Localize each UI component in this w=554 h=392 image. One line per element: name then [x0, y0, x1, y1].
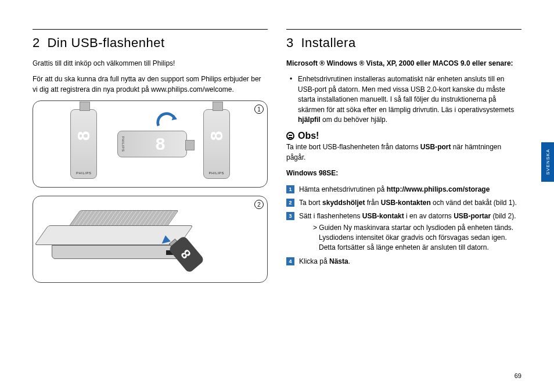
win98-heading: Windows 98SE: [286, 168, 521, 178]
note-text: Ta inte bort USB-flashenheten från dator… [286, 142, 521, 163]
usb-stick-right: PHILIPS [203, 109, 230, 179]
brand-label: PHILIPS [121, 131, 125, 157]
section-3-heading: 3 Installera [286, 35, 521, 51]
section-3-title: Installera [301, 35, 355, 50]
note-heading: Obs! [286, 131, 521, 141]
content-columns: 2 Din USB-flashenhet Grattis till ditt i… [33, 29, 521, 291]
section-3-number: 3 [286, 35, 294, 50]
brand-label: PHILIPS [71, 171, 96, 175]
usb-stick-middle: PHILIPS [117, 131, 187, 157]
step-3-sub: Guiden Ny maskinvara startar och lysdiod… [306, 223, 521, 253]
step-badge: 1 [286, 185, 294, 193]
step-badge: 4 [286, 257, 294, 265]
column-rule [286, 29, 521, 30]
note-icon [286, 132, 294, 140]
usb-illustration-row: PHILIPS PHILIPS PHILIPS [33, 101, 267, 187]
step-2: 2 Ta bort skyddshöljet från USB-kontakte… [286, 198, 521, 208]
page-number: 69 [515, 372, 521, 379]
step-badge: 2 [286, 199, 294, 207]
rotate-arrow-icon [156, 112, 178, 131]
figure-1: 1 PHILIPS PHILIPS PHILIPS [33, 100, 268, 188]
figure-2: 2 [33, 196, 268, 283]
install-steps: 1 Hämta enhetsdrivrutinen på http://www.… [286, 185, 521, 267]
laptop-side [52, 245, 184, 259]
step-3: 3 Sätt i flashenhetens USB-kontakt i en … [286, 211, 521, 253]
language-tab: SVENSKA [541, 142, 554, 182]
usb-plug-illustration [169, 242, 202, 267]
intro-paragraph-2: För att du ska kunna dra full nytta av d… [33, 74, 268, 95]
step-4: 4 Klicka på Nästa. [286, 257, 521, 267]
step-badge: 3 [286, 212, 294, 220]
usb-stick-left: PHILIPS [70, 109, 97, 179]
intro-paragraph-1: Grattis till ditt inköp och välkommen ti… [33, 59, 268, 69]
section-2-heading: 2 Din USB-flashenhet [33, 35, 268, 51]
right-column: 3 Installera Microsoft ® Windows ® Vista… [286, 29, 521, 291]
column-rule [33, 29, 268, 30]
note-label: Obs! [298, 131, 319, 141]
step-1: 1 Hämta enhetsdrivrutinen på http://www.… [286, 185, 521, 195]
laptop-illustration [41, 202, 215, 272]
section-2-number: 2 [33, 35, 40, 50]
os-heading: Microsoft ® Windows ® Vista, XP, 2000 el… [286, 59, 521, 69]
brand-label: PHILIPS [204, 171, 229, 175]
os-bullet-1: Enhetsdrivrutinen installeras automatisk… [292, 74, 521, 125]
left-column: 2 Din USB-flashenhet Grattis till ditt i… [33, 29, 268, 291]
figure-2-label: 2 [254, 200, 264, 209]
section-2-title: Din USB-flashenhet [47, 35, 164, 50]
os-bullet-list: Enhetsdrivrutinen installeras automatisk… [286, 74, 521, 125]
